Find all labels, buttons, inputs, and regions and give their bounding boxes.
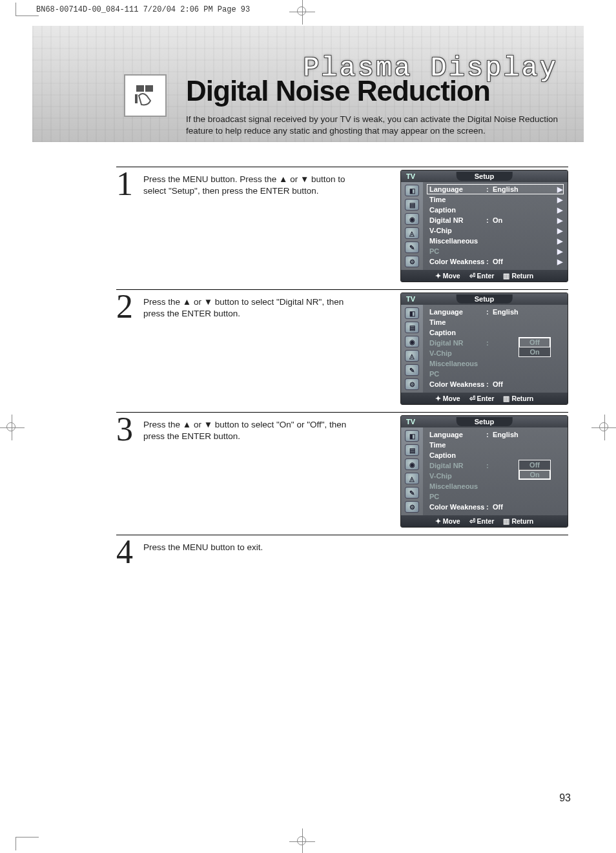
- osd-tv-label: TV: [401, 172, 420, 180]
- arrow-right-icon: ▶: [557, 258, 564, 266]
- osd-panel: TVSetup◧▤◉◬✎⚙Language:EnglishTimeCaption…: [400, 415, 568, 528]
- osd-hint-return: ▥Return: [503, 517, 533, 525]
- osd-menu-title: Setup: [457, 417, 513, 426]
- osd-colon: :: [486, 431, 493, 438]
- osd-row: Color Weakness:Off: [427, 502, 564, 512]
- osd-row: Miscellaneous▶: [427, 236, 564, 246]
- osd-row-label: Digital NR: [427, 216, 486, 224]
- osd-colon: :: [486, 380, 493, 388]
- registration-mark: [591, 415, 616, 440]
- osd-category-icon: ▤: [405, 444, 419, 456]
- osd-panel: TVSetup◧▤◉◬✎⚙Language:English▶Time▶Capti…: [400, 170, 568, 282]
- osd-colon: :: [486, 503, 493, 511]
- step-text: Press the MENU button to exit.: [143, 542, 363, 553]
- osd-row: Digital NR:OffOn: [427, 338, 564, 348]
- osd-row-value: English: [493, 185, 557, 193]
- hand-tv-icon: [132, 83, 158, 108]
- step-number: 2: [116, 290, 133, 324]
- osd-row-label: V-Chip: [427, 349, 486, 357]
- osd-colon: :: [486, 216, 493, 224]
- osd-option: Off: [519, 338, 550, 347]
- step-text: Press the MENU button. Press the ▲ or ▼ …: [143, 174, 363, 197]
- osd-category-icon: ▤: [405, 199, 419, 211]
- osd-row-value: On: [493, 216, 557, 224]
- arrow-right-icon: ▶: [557, 216, 564, 225]
- section-icon: [124, 74, 167, 117]
- osd-footer: ✦Move⏎Enter▥Return: [401, 270, 568, 282]
- osd-row-label: V-Chip: [427, 472, 486, 480]
- osd-hint-enter: ⏎Enter: [469, 517, 495, 525]
- osd-category-icon: ◉: [405, 336, 419, 347]
- osd-row-label: Time: [427, 196, 486, 203]
- osd-footer: ✦Move⏎Enter▥Return: [401, 393, 568, 404]
- osd-category-icon: ◬: [405, 473, 419, 484]
- osd-row: Language:English: [427, 307, 564, 317]
- arrow-right-icon: ▶: [557, 185, 564, 194]
- osd-footer: ✦Move⏎Enter▥Return: [401, 515, 568, 527]
- step-3: 3 Press the ▲ or ▼ button to select "On"…: [116, 412, 568, 524]
- osd-rows: Language:EnglishTimeCaptionDigital NR:Of…: [423, 305, 568, 393]
- osd-row-label: PC: [427, 247, 486, 255]
- osd-row: Miscellaneous: [427, 481, 564, 491]
- step-number: 4: [116, 535, 133, 569]
- osd-screenshot-3: TVSetup◧▤◉◬✎⚙Language:EnglishTimeCaption…: [400, 415, 568, 528]
- svg-rect-2: [135, 94, 138, 103]
- osd-row-value: Off: [493, 380, 564, 388]
- osd-rows: Language:English▶Time▶Caption▶Digital NR…: [423, 182, 568, 270]
- registration-mark: [289, 828, 315, 853]
- osd-category-icon: ⚙: [405, 501, 419, 513]
- osd-row-label: Color Weakness: [427, 258, 486, 265]
- arrow-right-icon: ▶: [557, 237, 564, 245]
- step-4: 4 Press the MENU button to exit.: [116, 535, 568, 573]
- osd-category-icon: ◧: [405, 307, 419, 319]
- osd-option: Off: [519, 460, 550, 470]
- osd-row-label: Miscellaneous: [427, 237, 486, 245]
- osd-row: Color Weakness:Off: [427, 379, 564, 389]
- osd-row: Time: [427, 317, 564, 327]
- step-2: 2 Press the ▲ or ▼ button to select "Dig…: [116, 289, 568, 402]
- osd-row: Caption: [427, 450, 564, 460]
- osd-category-icon: ✎: [405, 242, 419, 253]
- crop-mark: [15, 3, 16, 15]
- osd-row-value: English: [493, 431, 564, 438]
- osd-row: Digital NR:On▶: [427, 215, 564, 225]
- osd-row-label: Digital NR: [427, 339, 486, 347]
- step-text: Press the ▲ or ▼ button to select "On" o…: [143, 419, 363, 442]
- arrow-right-icon: ▶: [557, 247, 564, 256]
- arrow-right-icon: ▶: [557, 227, 564, 235]
- osd-row: Digital NR:OffOn: [427, 460, 564, 471]
- arrow-right-icon: ▶: [557, 206, 564, 214]
- osd-category-icons: ◧▤◉◬✎⚙: [401, 427, 423, 515]
- registration-mark: [289, 0, 315, 25]
- osd-hint-return: ▥Return: [503, 395, 533, 402]
- osd-colon: :: [486, 462, 493, 469]
- osd-row: PC: [427, 491, 564, 502]
- step-text: Press the ▲ or ▼ button to select "Digit…: [143, 296, 363, 320]
- osd-panel: TVSetup◧▤◉◬✎⚙Language:EnglishTimeCaption…: [400, 293, 568, 405]
- osd-category-icon: ◉: [405, 213, 419, 225]
- osd-screenshot-1: TVSetup◧▤◉◬✎⚙Language:English▶Time▶Capti…: [400, 170, 568, 282]
- osd-row-value: English: [493, 308, 564, 316]
- osd-category-icon: ✎: [405, 487, 419, 498]
- osd-row-label: Miscellaneous: [427, 360, 486, 367]
- arrow-right-icon: ▶: [557, 196, 564, 204]
- crop-mark: [15, 15, 39, 16]
- osd-colon: :: [486, 339, 493, 347]
- step-1: 1 Press the MENU button. Press the ▲ or …: [116, 167, 568, 279]
- osd-tv-label: TV: [401, 418, 420, 426]
- osd-row-label: Color Weakness: [427, 503, 486, 511]
- osd-hint-return: ▥Return: [503, 272, 533, 280]
- osd-row-label: Miscellaneous: [427, 482, 486, 490]
- steps-list: 1 Press the MENU button. Press the ▲ or …: [116, 167, 568, 584]
- osd-row: PC▶: [427, 246, 564, 256]
- osd-row: Caption: [427, 327, 564, 338]
- osd-row-label: Caption: [427, 206, 486, 214]
- osd-hint-move: ✦Move: [435, 395, 460, 402]
- osd-category-icon: ◬: [405, 350, 419, 362]
- svg-rect-0: [136, 85, 144, 92]
- osd-row-label: Caption: [427, 329, 486, 336]
- osd-rows: Language:EnglishTimeCaptionDigital NR:Of…: [423, 427, 568, 515]
- svg-rect-1: [145, 85, 153, 92]
- osd-category-icon: ⚙: [405, 256, 419, 267]
- osd-row: Language:English▶: [427, 184, 564, 194]
